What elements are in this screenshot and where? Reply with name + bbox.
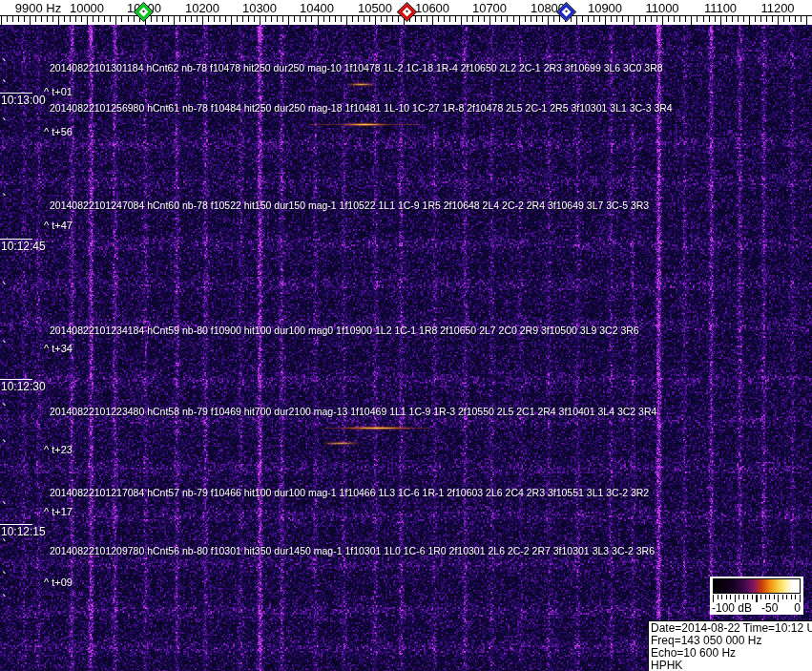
- freq-axis-label: 10200: [185, 1, 219, 15]
- left-edge-hook-mark: `: [1, 406, 9, 413]
- left-edge-hook-mark: `: [1, 82, 9, 90]
- left-edge-hook-mark: `: [1, 196, 9, 203]
- info-station: HPHK: [651, 660, 812, 671]
- station-info-box: Date=2014-08-22 Time=10:12 UTC Freq=143 …: [648, 620, 812, 671]
- detection-event-text: 20140822101209780 hCnt56 nb-80 f10301 hi…: [50, 545, 655, 556]
- left-edge-hook-mark: `: [1, 574, 9, 581]
- time-label-text: 10:12:45: [1, 240, 46, 253]
- freq-axis-label: 10700: [472, 1, 507, 15]
- marker-red-diamond-icon[interactable]: [398, 3, 415, 20]
- detection-event-text: 20140822101247084 hCnt60 nb-78 f10522 hi…: [50, 199, 649, 211]
- spectrogram-app-window: 9900 Hz100001010010200103001040010500106…: [0, 0, 812, 671]
- freq-axis-label: 10000: [70, 1, 104, 15]
- freq-axis-label: 9900 Hz: [15, 1, 61, 15]
- event-time-offset-mark: ^ t+09: [44, 577, 73, 588]
- event-time-offset-mark: ^ t+01: [44, 86, 73, 97]
- event-time-offset-mark: ^ t+34: [44, 343, 73, 354]
- left-edge-hook-mark: `: [1, 61, 9, 69]
- freq-axis-label: 10600: [415, 1, 449, 15]
- db-color-scale-legend: -100 dB -50 0: [710, 577, 803, 615]
- time-label-text: 10:12:30: [1, 380, 46, 393]
- event-time-offset-mark: ^ t+17: [44, 506, 73, 517]
- detection-event-text: 20140822101256980 hCnt61 nb-78 f10484 hi…: [50, 102, 673, 114]
- frequency-ruler: 9900 Hz100001010010200103001040010500106…: [0, 0, 812, 25]
- db-label-max: 0: [794, 601, 801, 615]
- db-scale-labels: -100 dB -50 0: [712, 601, 802, 614]
- time-label-text: 10:12:15: [1, 525, 46, 538]
- detection-event-text: 20140822101301184 hCnt62 nb-78 f10478 hi…: [50, 62, 663, 73]
- freq-axis-label: 10900: [588, 1, 622, 15]
- left-edge-hook-mark: `: [1, 597, 9, 604]
- left-edge-hook-mark: `: [1, 442, 9, 450]
- left-edge-hook-mark: `: [1, 343, 9, 350]
- left-edge-hook-mark: `: [1, 504, 9, 512]
- freq-axis-label: 11000: [645, 1, 678, 15]
- left-edge-hook-mark: `: [1, 541, 9, 549]
- event-time-offset-mark: ^ t+56: [44, 126, 73, 137]
- event-time-offset-mark: ^ t+47: [44, 220, 73, 231]
- time-axis-label: 10:12:30: [0, 379, 57, 392]
- detection-event-text: 20140822101234184 hCnt59 nb-80 f10900 hi…: [50, 325, 639, 336]
- time-label-text: 10:13:00: [1, 94, 46, 107]
- time-axis-label: 10:12:45: [0, 239, 57, 252]
- event-time-offset-mark: ^ t+23: [44, 444, 73, 455]
- left-edge-hook-mark: `: [1, 120, 9, 128]
- freq-axis-label: 11200: [760, 1, 794, 15]
- freq-axis-label: 10300: [242, 1, 277, 15]
- db-gradient-bar: [713, 578, 801, 594]
- freq-axis-label: 10500: [358, 1, 392, 15]
- db-label-min: -100 dB: [712, 601, 752, 615]
- freq-axis-label: 10400: [300, 1, 334, 15]
- db-label-mid: -50: [761, 601, 778, 615]
- left-edge-hook-mark: `: [1, 284, 9, 292]
- detection-event-text: 20140822101217084 hCnt57 nb-79 f10466 hi…: [50, 487, 649, 498]
- freq-axis-label: 11100: [704, 1, 737, 15]
- detection-event-text: 20140822101223480 hCnt58 nb-79 f10469 hi…: [50, 406, 656, 417]
- time-axis-label: 10:12:15: [0, 524, 57, 537]
